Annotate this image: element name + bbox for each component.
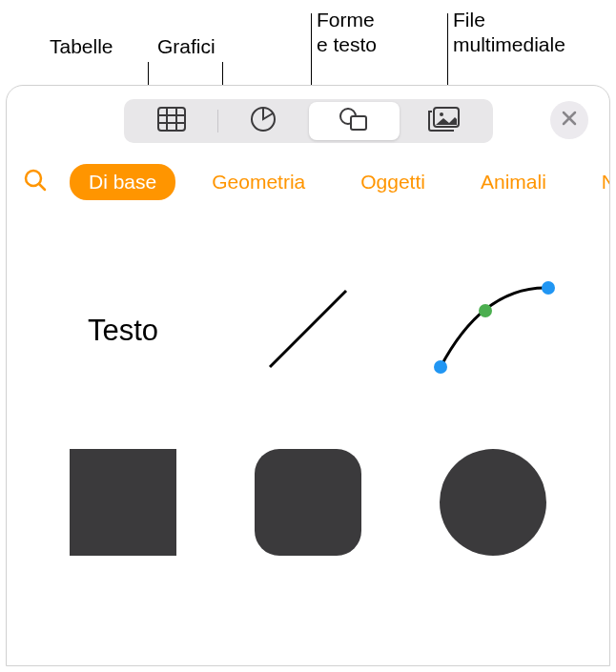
search-icon — [23, 168, 48, 196]
category-objects[interactable]: Oggetti — [341, 164, 444, 200]
search-button[interactable] — [18, 165, 52, 199]
svg-line-13 — [39, 184, 45, 190]
callout-shapes-label-l1: Forme — [317, 8, 375, 31]
callout-media-label-l2: multimediale — [453, 32, 565, 56]
insert-toolbar — [7, 86, 609, 153]
rounded-square-icon — [255, 449, 361, 556]
callout-tables-label: Tabelle — [50, 34, 113, 58]
callout-media-label-l1: File — [453, 8, 485, 31]
curve-icon — [426, 276, 560, 385]
square-icon — [70, 449, 176, 556]
line-icon — [251, 272, 365, 390]
media-icon — [428, 107, 461, 135]
shape-rounded-square[interactable] — [230, 440, 386, 564]
pie-chart-icon — [250, 106, 277, 136]
category-animals[interactable]: Animali — [462, 164, 565, 200]
category-basic[interactable]: Di base — [70, 164, 175, 200]
charts-button[interactable] — [218, 102, 309, 140]
close-button[interactable] — [550, 101, 588, 139]
shape-line[interactable] — [230, 269, 386, 393]
svg-rect-7 — [351, 116, 366, 130]
category-geometry[interactable]: Geometria — [193, 164, 324, 200]
svg-point-17 — [479, 304, 492, 317]
svg-point-16 — [542, 281, 555, 295]
shapes-icon — [339, 106, 369, 136]
category-nature-partial[interactable]: N — [583, 164, 609, 200]
callout-annotations: Tabelle Grafici Forme e testo File multi… — [0, 0, 616, 86]
insert-segmented-control — [124, 99, 493, 143]
svg-rect-0 — [158, 108, 185, 131]
insert-panel: Di base Geometria Oggetti Animali N Test… — [6, 85, 610, 666]
circle-icon — [440, 449, 546, 556]
shape-text[interactable]: Testo — [45, 269, 201, 393]
shape-square[interactable] — [45, 440, 201, 564]
svg-line-14 — [270, 291, 346, 367]
callout-shapes-label-l2: e testo — [317, 32, 377, 56]
callout-charts-label: Grafici — [157, 34, 216, 58]
svg-point-9 — [440, 112, 443, 116]
shape-circle[interactable] — [415, 440, 571, 564]
close-icon — [562, 111, 577, 130]
tables-button[interactable] — [127, 102, 217, 140]
shapes-button[interactable] — [309, 102, 400, 140]
media-button[interactable] — [400, 102, 490, 140]
svg-point-15 — [434, 360, 447, 374]
shape-categories: Di base Geometria Oggetti Animali N — [7, 153, 609, 212]
text-shape-label: Testo — [88, 314, 158, 348]
shapes-grid: Testo — [7, 212, 609, 593]
table-icon — [157, 107, 186, 135]
shape-curve[interactable] — [415, 269, 571, 393]
